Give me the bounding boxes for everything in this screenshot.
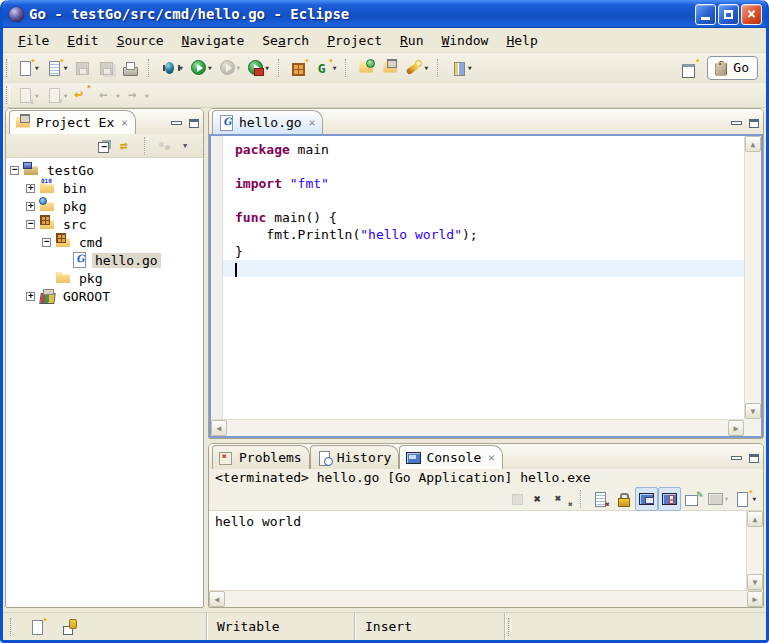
tree-expander[interactable] (42, 238, 51, 247)
remove-all-terminated-button[interactable] (552, 487, 575, 511)
open-perspective-button[interactable] (678, 56, 701, 80)
show-stdout-when-changed-button[interactable] (635, 487, 658, 511)
print-button[interactable] (119, 56, 142, 80)
minimize-view-button[interactable] (170, 118, 183, 128)
tree-item-pkg[interactable]: pkg (10, 269, 203, 287)
code-line[interactable]: func main() { (223, 209, 744, 226)
new-wizard-button[interactable] (14, 56, 42, 80)
tree-expander[interactable] (26, 184, 35, 193)
maximize-view-button[interactable] (747, 453, 760, 463)
new-go-package-button[interactable] (288, 56, 311, 80)
scroll-down-button[interactable] (745, 403, 761, 419)
console-horizontal-scrollbar[interactable] (209, 590, 763, 607)
toolbar-drag-handle[interactable] (6, 86, 10, 104)
code-line[interactable]: package main (223, 141, 744, 158)
minimize-view-button[interactable] (730, 453, 743, 463)
maximize-view-button[interactable] (747, 118, 760, 128)
tab-problems[interactable]: Problems (212, 445, 310, 469)
open-project-button[interactable] (379, 56, 402, 80)
tab-hello-go[interactable]: hello.go (212, 110, 323, 134)
tree-item-testgo[interactable]: testGo (10, 161, 203, 179)
new-go-project-button[interactable] (43, 56, 71, 80)
scroll-down-button[interactable] (747, 574, 763, 590)
menu-edit[interactable]: Edit (58, 31, 107, 50)
last-edit-location-button[interactable] (71, 83, 94, 107)
code-line[interactable] (223, 192, 744, 209)
debug-button[interactable] (158, 56, 186, 80)
close-tab-icon[interactable] (309, 116, 316, 129)
tree-item-src[interactable]: src (10, 215, 203, 233)
menu-search[interactable]: Search (253, 31, 318, 50)
tree-item-bin[interactable]: bin (10, 179, 203, 197)
tab-history[interactable]: History (310, 445, 400, 469)
code-area[interactable]: package mainimport "fmt"func main() { fm… (223, 136, 744, 436)
toggle-mark-occurrences-dropdown-arrow[interactable] (468, 63, 472, 72)
menu-window[interactable]: Window (432, 31, 497, 50)
run-dropdown-arrow[interactable] (208, 63, 212, 72)
titlebar[interactable]: Go - testGo/src/cmd/hello.go - Eclipse × (3, 0, 766, 28)
code-line[interactable] (223, 158, 744, 175)
tree-expander[interactable] (26, 202, 35, 211)
run-button[interactable] (187, 56, 215, 80)
close-button[interactable]: × (741, 4, 762, 25)
close-tab-icon[interactable] (121, 116, 128, 129)
menu-file[interactable]: File (9, 31, 58, 50)
scroll-up-button[interactable] (747, 511, 763, 527)
code-line[interactable]: fmt.Println("hello world"); (223, 226, 744, 243)
editor-horizontal-scrollbar[interactable] (211, 419, 744, 436)
tab-project-explorer[interactable]: Project Ex (9, 110, 136, 134)
search-dropdown-arrow[interactable] (424, 63, 428, 72)
tree-item-pkg[interactable]: pkg (10, 197, 203, 215)
tree-expander[interactable] (10, 166, 19, 175)
close-tab-icon[interactable] (488, 451, 495, 464)
minimize-view-button[interactable] (730, 118, 743, 128)
external-tools-dropdown-arrow[interactable] (265, 63, 269, 72)
scroll-left-button[interactable] (211, 420, 227, 436)
toolbar-drag-handle[interactable] (6, 59, 10, 77)
scroll-right-button[interactable] (728, 420, 744, 436)
editor-vertical-scrollbar[interactable] (744, 136, 761, 419)
view-menu-button[interactable] (176, 134, 199, 158)
trim-drag-handle[interactable] (508, 618, 512, 636)
go-perspective-button[interactable]: Go (707, 56, 758, 80)
menu-navigate[interactable]: Navigate (173, 31, 254, 50)
new-go-file-button[interactable] (312, 56, 340, 80)
code-line[interactable]: import "fmt" (223, 175, 744, 192)
link-with-editor-button[interactable] (116, 134, 139, 158)
pin-console-button[interactable] (681, 487, 704, 511)
editor-content[interactable]: package mainimport "fmt"func main() { fm… (209, 134, 763, 438)
scroll-up-button[interactable] (745, 136, 761, 152)
maximize-button[interactable] (718, 4, 739, 25)
tree-item-cmd[interactable]: cmd (10, 233, 203, 251)
menu-run[interactable]: Run (391, 31, 432, 50)
collapse-all-button[interactable] (93, 134, 116, 158)
tree-item-goroot[interactable]: GOROOT (10, 287, 203, 305)
menu-help[interactable]: Help (497, 31, 546, 50)
console-output[interactable]: hello world (209, 511, 746, 590)
trim-sync-button[interactable] (59, 615, 82, 639)
show-stderr-when-changed-button[interactable] (658, 487, 681, 511)
trim-new-wizard-button[interactable] (26, 615, 49, 639)
search-button[interactable] (403, 56, 431, 80)
external-tools-button[interactable] (244, 56, 272, 80)
scroll-lock-button[interactable] (612, 487, 635, 511)
console-vertical-scrollbar[interactable] (746, 511, 763, 590)
toggle-mark-occurrences-button[interactable] (447, 56, 475, 80)
clear-console-button[interactable] (589, 487, 612, 511)
code-line[interactable]: } (223, 243, 744, 260)
project-tree[interactable]: testGobinpkgsrccmdhello.gopkgGOROOT (6, 158, 203, 607)
menu-project[interactable]: Project (318, 31, 391, 50)
remove-launch-button[interactable] (529, 487, 552, 511)
tree-expander[interactable] (26, 220, 35, 229)
open-console-button[interactable] (731, 487, 759, 511)
menu-source[interactable]: Source (108, 31, 173, 50)
maximize-view-button[interactable] (187, 118, 200, 128)
trim-drag-handle[interactable] (10, 618, 14, 636)
minimize-button[interactable] (695, 4, 716, 25)
open-go-resource-button[interactable] (355, 56, 378, 80)
code-line[interactable] (223, 260, 744, 277)
tree-item-hello-go[interactable]: hello.go (10, 251, 203, 269)
tab-console[interactable]: Console (399, 445, 502, 469)
tree-expander[interactable] (26, 292, 35, 301)
scroll-left-button[interactable] (209, 591, 225, 607)
